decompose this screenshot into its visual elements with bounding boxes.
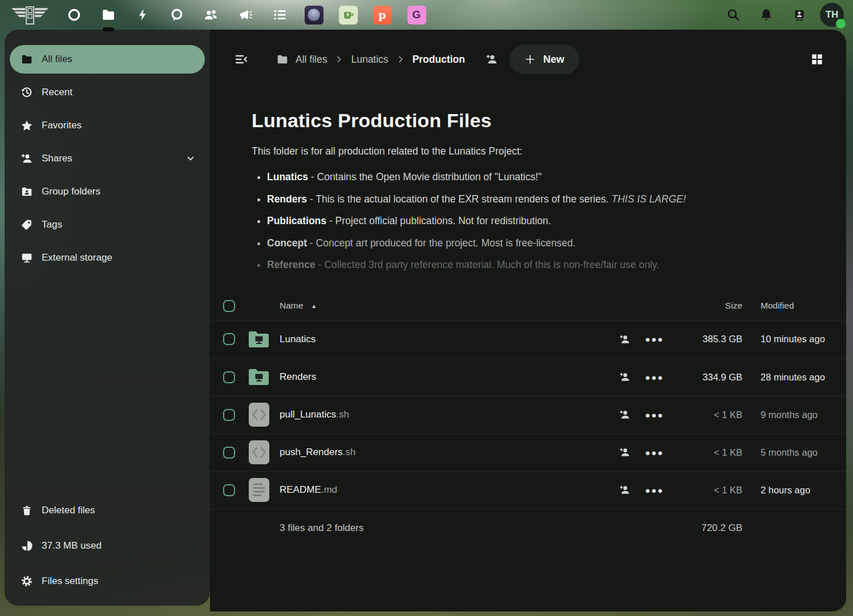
sidebar-item-label: Favorites: [42, 120, 196, 131]
sidebar-item-recent[interactable]: Recent: [10, 78, 205, 107]
sort-ascending-icon: ▲: [311, 303, 317, 309]
patreon-app-image: p: [373, 6, 392, 25]
actions-menu-button[interactable]: ●●●: [643, 479, 666, 501]
file-size: < 1 KB: [680, 447, 742, 458]
film-freedom-logo[interactable]: [8, 3, 51, 27]
description-intro: This folder is for all production relate…: [252, 145, 823, 157]
file-modified: 28 minutes ago: [742, 372, 844, 383]
sidebar-item-files-settings[interactable]: Files settings: [10, 567, 107, 595]
tasks-app-icon[interactable]: [267, 2, 292, 27]
sidebar-item-shares[interactable]: Shares: [10, 144, 205, 173]
table-row-pull-lunatics[interactable]: pull_Lunatics.sh ●●● < 1 KB 9 months ago: [210, 396, 846, 433]
activity-app-icon[interactable]: [130, 2, 155, 27]
lunatics-project-app-icon[interactable]: [301, 2, 326, 27]
actions-menu-button[interactable]: ●●●: [643, 366, 666, 388]
code-file-icon[interactable]: [248, 440, 280, 465]
code-file-icon[interactable]: [248, 402, 280, 427]
sort-by-modified-header[interactable]: Modified: [742, 301, 844, 311]
sidebar-item-favorites[interactable]: Favorites: [10, 111, 205, 140]
file-name[interactable]: Renders: [280, 371, 613, 383]
talk-app-icon[interactable]: [164, 2, 189, 27]
search-icon[interactable]: [721, 2, 746, 27]
description-item: Concept - Concept art produced for the p…: [267, 237, 823, 249]
g-app-image: G: [407, 6, 426, 25]
sidebar-item-label: Shares: [42, 153, 185, 164]
breadcrumb-lunatics[interactable]: Lunatics: [351, 54, 388, 66]
sidebar-item-tags[interactable]: Tags: [10, 210, 205, 239]
share-folder-icon[interactable]: [480, 47, 504, 71]
sidebar-item-label: All files: [42, 54, 196, 65]
sidebar: All files Recent Favorites Shares: [5, 30, 210, 606]
announcements-app-icon[interactable]: [233, 2, 258, 27]
folder-external-icon[interactable]: [248, 368, 280, 386]
external-storage-icon: [21, 252, 33, 264]
dashboard-app-icon[interactable]: [62, 2, 87, 27]
sort-by-size-header[interactable]: Size: [680, 301, 742, 311]
contacts-menu-icon[interactable]: [787, 2, 812, 27]
chevron-down-icon[interactable]: [185, 153, 196, 164]
avatar[interactable]: TH: [820, 3, 844, 27]
share-button[interactable]: [613, 366, 636, 388]
share-button[interactable]: [613, 479, 636, 501]
table-row-push-renders[interactable]: push_Renders.sh ●●● < 1 KB 5 months ago: [210, 433, 846, 471]
sidebar-item-quota[interactable]: 37.3 MB used: [10, 532, 111, 560]
table-row-renders[interactable]: Renders ●●● 334.9 GB 28 minutes ago: [210, 358, 846, 396]
file-size: 385.3 GB: [680, 334, 742, 345]
contacts-app-icon[interactable]: [199, 2, 224, 27]
select-all-checkbox[interactable]: [223, 300, 235, 312]
description-list: Lunatics - Contains the Open Movie distr…: [267, 171, 823, 271]
file-name[interactable]: Lunatics: [280, 334, 613, 345]
file-name[interactable]: README.md: [280, 484, 613, 496]
app-menu: p G: [62, 2, 429, 27]
markdown-file-icon[interactable]: [248, 477, 280, 502]
grid-view-icon[interactable]: [805, 47, 829, 71]
breadcrumb-label: Production: [413, 54, 465, 66]
sidebar-item-group-folders[interactable]: Group folders: [10, 177, 205, 206]
lunatics-app-image: [305, 6, 324, 25]
sidebar-item-external-storage[interactable]: External storage: [10, 244, 205, 272]
new-button[interactable]: New: [510, 44, 579, 74]
top-bar: p G TH: [0, 0, 853, 30]
folder-external-icon[interactable]: [248, 330, 280, 348]
row-checkbox[interactable]: [223, 447, 235, 459]
sidebar-item-all-files[interactable]: All files: [10, 45, 205, 74]
share-button[interactable]: [613, 441, 636, 464]
file-name[interactable]: pull_Lunatics.sh: [280, 409, 613, 420]
actions-menu-button[interactable]: ●●●: [643, 403, 666, 426]
g-app-icon[interactable]: G: [404, 2, 429, 27]
tea-app-image: [339, 6, 358, 25]
sidebar-item-label: Tags: [42, 219, 196, 230]
file-list: Name ▲ Size Modified Lunatics ●●● 385.3 …: [210, 292, 846, 547]
actions-menu-button[interactable]: ●●●: [643, 328, 666, 351]
folder-person-icon: [21, 185, 33, 198]
sidebar-item-deleted-files[interactable]: Deleted files: [10, 496, 104, 525]
row-checkbox[interactable]: [223, 409, 235, 421]
sidebar-bottom: Deleted files 37.3 MB used Files setting…: [10, 496, 205, 602]
files-app-icon[interactable]: [96, 2, 121, 27]
file-list-summary: 3 files and 2 folders 720.2 GB: [210, 509, 846, 547]
tea-app-icon[interactable]: [335, 2, 361, 27]
active-app-indicator: [103, 27, 114, 31]
row-checkbox[interactable]: [223, 371, 235, 383]
description-item: Renders - This is the actual location of…: [267, 193, 823, 205]
row-checkbox[interactable]: [223, 333, 235, 345]
breadcrumb-label: Lunatics: [351, 54, 388, 66]
patreon-app-icon[interactable]: p: [370, 2, 395, 27]
sidebar-item-label: Files settings: [42, 576, 98, 587]
breadcrumb: All files Lunatics Production: [276, 53, 465, 66]
sort-by-name-header[interactable]: Name ▲: [280, 301, 613, 311]
person-plus-icon: [21, 152, 33, 165]
notifications-bell-icon[interactable]: [754, 2, 779, 27]
chevron-right-icon: [396, 55, 405, 64]
table-row-readme[interactable]: README.md ●●● < 1 KB 2 hours ago: [210, 471, 846, 509]
file-name[interactable]: push_Renders.sh: [280, 447, 613, 458]
share-button[interactable]: [613, 403, 636, 426]
collapse-sidebar-icon[interactable]: [229, 47, 253, 71]
breadcrumb-all-files[interactable]: All files: [276, 53, 327, 66]
description-item: Reference - Collected 3rd party referenc…: [267, 259, 823, 271]
share-button[interactable]: [613, 328, 636, 351]
row-checkbox[interactable]: [223, 484, 235, 496]
breadcrumb-production[interactable]: Production: [413, 54, 465, 66]
table-row-lunatics[interactable]: Lunatics ●●● 385.3 GB 10 minutes ago: [210, 321, 846, 358]
actions-menu-button[interactable]: ●●●: [643, 441, 666, 464]
